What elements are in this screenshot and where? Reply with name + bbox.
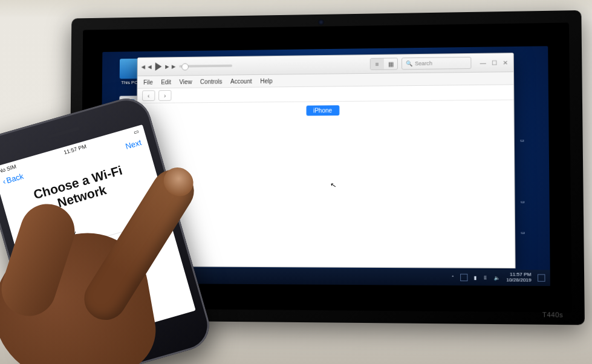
menu-file[interactable]: File: [143, 79, 153, 85]
taskbar-clock[interactable]: 11:57 PM 10/28/2019: [506, 272, 532, 283]
close-button[interactable]: ✕: [501, 59, 509, 66]
mouse-cursor-icon: ↖: [330, 180, 337, 190]
menu-edit[interactable]: Edit: [161, 79, 171, 85]
phone-speaker: [47, 126, 80, 139]
next-button[interactable]: Next: [125, 138, 143, 151]
laptop-model-label: T440s: [542, 311, 564, 319]
play-button[interactable]: [155, 62, 162, 71]
taskbar-date: 10/28/2019: [506, 278, 532, 283]
grid-view-icon[interactable]: ▦: [384, 58, 397, 69]
battery-icon: ▭: [133, 128, 140, 135]
device-pill[interactable]: iPhone: [306, 105, 339, 115]
view-toggle[interactable]: ≡ ▦: [370, 57, 398, 70]
itunes-window: ◄◄ ►► ≡ ▦ 🔍 Search: [135, 53, 515, 268]
back-label: Back: [5, 172, 25, 185]
wifi-icon[interactable]: ⧛: [483, 275, 487, 281]
action-center-icon[interactable]: [538, 274, 545, 281]
minimize-button[interactable]: —: [479, 59, 487, 66]
search-placeholder: Search: [415, 60, 432, 67]
menu-account[interactable]: Account: [230, 77, 252, 84]
list-view-icon[interactable]: ≡: [371, 59, 384, 70]
maximize-button[interactable]: ☐: [490, 59, 498, 66]
menu-help[interactable]: Help: [260, 77, 272, 84]
webcam: [318, 19, 324, 25]
itunes-content: iPhone ↖: [136, 100, 515, 268]
search-input[interactable]: 🔍 Search: [402, 57, 472, 70]
volume-slider[interactable]: [179, 65, 232, 68]
nav-forward-button[interactable]: ›: [158, 90, 171, 101]
next-track-button[interactable]: ►►: [165, 61, 176, 72]
tray-up-icon[interactable]: ˄: [452, 275, 454, 280]
nav-back-button[interactable]: ‹: [142, 90, 155, 101]
previous-track-button[interactable]: ◄◄: [141, 61, 151, 72]
search-icon: 🔍: [406, 60, 412, 67]
tray-icon[interactable]: [460, 274, 467, 281]
battery-icon[interactable]: ▮: [474, 275, 477, 280]
menu-view[interactable]: View: [180, 79, 192, 85]
volume-icon[interactable]: 🔈: [494, 275, 500, 281]
menu-controls[interactable]: Controls: [200, 78, 222, 85]
